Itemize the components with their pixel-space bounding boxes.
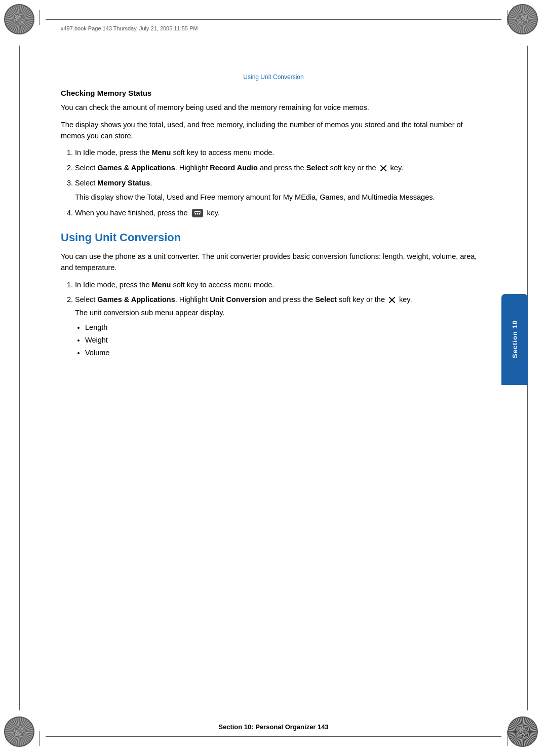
uc-step-2: Select Games & Applications. Highlight U… bbox=[75, 294, 486, 359]
main-content: Checking Memory Status You can check the… bbox=[61, 89, 486, 710]
step-3-sub: This display show the Total, Used and Fr… bbox=[75, 192, 486, 203]
x-key-icon bbox=[379, 164, 387, 172]
checking-memory-section: Checking Memory Status You can check the… bbox=[61, 89, 486, 219]
checking-memory-steps: In Idle mode, press the Menu soft key to… bbox=[75, 147, 486, 219]
svg-point-2 bbox=[197, 213, 198, 215]
corner-decoration-br bbox=[507, 716, 543, 752]
border-left bbox=[19, 46, 20, 710]
footer: Section 10: Personal Organizer 143 bbox=[61, 723, 486, 731]
uc-step-2-sub: The unit conversion sub menu appear disp… bbox=[75, 308, 486, 319]
corner-decoration-tr bbox=[507, 4, 543, 40]
svg-point-1 bbox=[194, 213, 196, 215]
corner-decoration-tl bbox=[4, 4, 40, 40]
bullet-volume: Volume bbox=[85, 347, 486, 359]
checking-memory-para1: You can check the amount of memory being… bbox=[61, 102, 486, 114]
crosshair-tl-h bbox=[33, 18, 48, 18]
footer-text: Section 10: Personal Organizer 143 bbox=[218, 723, 328, 731]
section-tab-label: Section 10 bbox=[511, 320, 519, 358]
checking-memory-heading: Checking Memory Status bbox=[61, 89, 486, 97]
step-1: In Idle mode, press the Menu soft key to… bbox=[75, 147, 486, 159]
unit-conversion-section: Using Unit Conversion You can use the ph… bbox=[61, 231, 486, 359]
step-2: Select Games & Applications. Highlight R… bbox=[75, 163, 486, 174]
unit-conversion-steps: In Idle mode, press the Menu soft key to… bbox=[75, 280, 486, 359]
uc-step-1: In Idle mode, press the Menu soft key to… bbox=[75, 280, 486, 291]
uc-step-2-sub-text: The unit conversion sub menu appear disp… bbox=[75, 309, 225, 317]
checking-memory-para2: The display shows you the total, used, a… bbox=[61, 120, 486, 142]
crosshair-tr-h bbox=[499, 18, 514, 18]
running-header: Using Unit Conversion bbox=[0, 73, 547, 81]
crosshair-tr-v bbox=[507, 10, 507, 25]
crosshair-br-v bbox=[507, 731, 507, 746]
unit-conversion-heading: Using Unit Conversion bbox=[61, 231, 486, 244]
border-bottom bbox=[46, 736, 501, 737]
svg-point-3 bbox=[199, 213, 200, 215]
border-top bbox=[46, 19, 501, 20]
corner-decoration-bl bbox=[4, 716, 40, 752]
end-key-icon bbox=[191, 208, 204, 218]
crosshair-tl-v bbox=[40, 10, 40, 25]
unit-types-list: Length Weight Volume bbox=[85, 322, 486, 359]
bullet-weight: Weight bbox=[85, 334, 486, 346]
crosshair-bl-h bbox=[33, 738, 48, 738]
header-file-info: x497.book Page 143 Thursday, July 21, 20… bbox=[61, 25, 198, 31]
section-tab: Section 10 bbox=[501, 294, 528, 385]
step-3: Select Memory Status. This display show … bbox=[75, 178, 486, 203]
step-3-sub-text: This display show the Total, Used and Fr… bbox=[75, 192, 486, 203]
crosshair-br-h bbox=[499, 738, 514, 738]
crosshair-bl-v bbox=[40, 731, 40, 746]
x-key-icon-2 bbox=[388, 296, 396, 304]
unit-conversion-intro: You can use the phone as a unit converte… bbox=[61, 251, 486, 274]
bullet-length: Length bbox=[85, 322, 486, 333]
header-bar: x497.book Page 143 Thursday, July 21, 20… bbox=[61, 25, 486, 31]
step-4: When you have finished, press the key. bbox=[75, 208, 486, 219]
